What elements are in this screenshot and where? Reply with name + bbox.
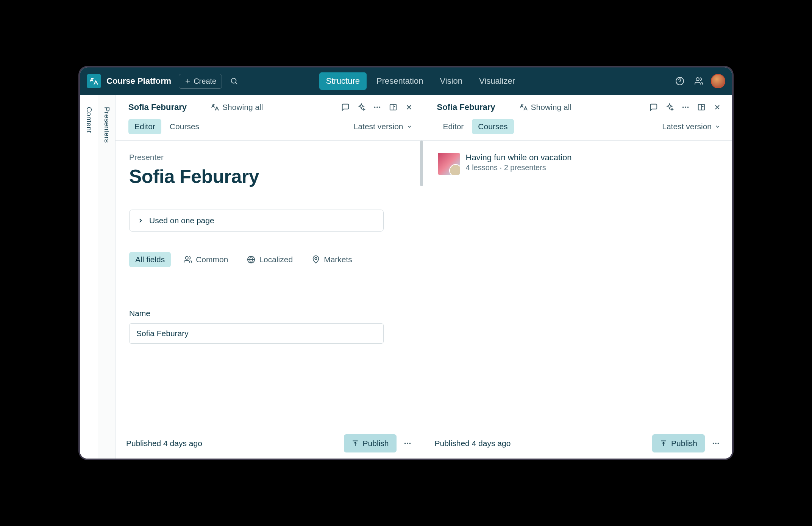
panel-left-content: Presenter Sofia Feburary Used on one pag…: [116, 141, 424, 428]
showing-all-toggle-left[interactable]: Showing all: [211, 103, 263, 112]
course-item[interactable]: Having fun while on vacation 4 lessons ·…: [438, 153, 719, 175]
sparkle-icon: [665, 103, 674, 111]
svg-point-2: [696, 78, 699, 81]
panel-left-title: Sofia Feburary: [128, 102, 187, 112]
chip-localized-label: Localized: [259, 255, 293, 264]
course-title: Having fun while on vacation: [466, 153, 572, 163]
top-nav: Course Platform Create Structure Present…: [80, 67, 732, 95]
search-icon: [230, 77, 238, 85]
help-icon: [675, 77, 684, 86]
svg-point-3: [374, 106, 375, 108]
more-button-right[interactable]: [680, 102, 691, 113]
chip-all-fields[interactable]: All fields: [129, 252, 171, 267]
more-icon: [681, 103, 690, 111]
chevron-right-icon: [137, 217, 144, 224]
svg-point-7: [186, 257, 188, 259]
publish-button-label-right: Publish: [671, 439, 697, 448]
user-avatar[interactable]: [711, 74, 725, 88]
create-button[interactable]: Create: [179, 74, 222, 89]
sparkle-icon: [357, 103, 365, 111]
body: Content Presenters Sofia Feburary Showin…: [80, 95, 732, 459]
comment-button[interactable]: [340, 102, 351, 113]
publish-button-right[interactable]: Publish: [652, 434, 705, 452]
chip-localized[interactable]: Localized: [241, 252, 299, 267]
used-on-label: Used on one page: [149, 216, 214, 225]
ai-sparkle-button[interactable]: [356, 102, 367, 113]
upload-icon: [351, 440, 359, 447]
panel-right-title: Sofia Feburary: [437, 102, 495, 112]
pin-icon: [312, 255, 320, 264]
nav-tab-presentation[interactable]: Presentation: [370, 72, 430, 90]
split-panel-button-right[interactable]: [696, 102, 707, 113]
split-panel-icon: [389, 103, 397, 111]
search-button[interactable]: [227, 74, 241, 88]
scrollbar-thumb[interactable]: [420, 141, 423, 186]
entity-type-label: Presenter: [129, 153, 410, 162]
publish-button-label: Publish: [363, 439, 389, 448]
chevron-down-icon: [715, 124, 721, 130]
used-on-disclosure[interactable]: Used on one page: [129, 210, 384, 232]
panel-right-content: Having fun while on vacation 4 lessons ·…: [424, 141, 732, 428]
app-window: Course Platform Create Structure Present…: [80, 67, 732, 459]
name-input[interactable]: [129, 323, 384, 344]
close-panel-button-right[interactable]: [712, 102, 723, 113]
version-label-right: Latest version: [662, 122, 712, 131]
nav-tabs: Structure Presentation Vision Visualizer: [319, 72, 522, 90]
chip-markets[interactable]: Markets: [306, 252, 358, 267]
entity-heading: Sofia Feburary: [129, 166, 410, 188]
publish-button-left[interactable]: Publish: [344, 434, 397, 452]
svg-point-10: [404, 443, 406, 444]
app-logo[interactable]: [87, 74, 101, 88]
rail-content[interactable]: Content: [80, 95, 98, 459]
plus-icon: [184, 78, 191, 85]
rail-presenters[interactable]: Presenters: [98, 95, 116, 459]
course-subtitle: 4 lessons · 2 presenters: [466, 163, 572, 172]
subtab-courses-left[interactable]: Courses: [164, 119, 205, 134]
svg-point-0: [231, 78, 236, 83]
name-field-label: Name: [129, 309, 410, 318]
panel-right: Sofia Feburary Showing all: [424, 95, 732, 459]
svg-point-15: [687, 106, 689, 108]
users-button[interactable]: [692, 74, 706, 88]
nav-right: [673, 74, 725, 88]
version-dropdown-right[interactable]: Latest version: [662, 122, 723, 131]
subtab-courses-right[interactable]: Courses: [472, 119, 514, 134]
help-button[interactable]: [673, 74, 687, 88]
chip-common[interactable]: Common: [178, 252, 234, 267]
create-button-label: Create: [194, 77, 216, 86]
close-icon: [714, 103, 721, 111]
more-icon: [712, 439, 720, 448]
svg-point-4: [376, 106, 378, 108]
svg-point-19: [718, 443, 719, 444]
subtab-editor-right[interactable]: Editor: [437, 119, 470, 134]
course-thumbnail: [438, 153, 460, 175]
nav-tab-structure[interactable]: Structure: [319, 72, 367, 90]
footer-more-right[interactable]: [710, 438, 721, 449]
users-icon: [694, 77, 703, 86]
nav-tab-visualizer[interactable]: Visualizer: [472, 72, 522, 90]
nav-tab-vision[interactable]: Vision: [433, 72, 469, 90]
comment-button-right[interactable]: [648, 102, 659, 113]
svg-point-18: [715, 443, 717, 444]
footer-more-left[interactable]: [402, 438, 413, 449]
close-panel-button[interactable]: [403, 102, 415, 113]
field-filter-chips: All fields Common Localized Markets: [129, 252, 410, 267]
more-button[interactable]: [372, 102, 383, 113]
comment-icon: [650, 103, 658, 111]
version-dropdown-left[interactable]: Latest version: [354, 122, 415, 131]
course-meta: Having fun while on vacation 4 lessons ·…: [466, 153, 572, 172]
more-icon: [373, 103, 381, 111]
svg-point-14: [685, 106, 686, 108]
more-icon: [403, 439, 412, 448]
split-panel-button[interactable]: [387, 102, 399, 113]
ai-sparkle-button-right[interactable]: [664, 102, 675, 113]
translate-icon: [520, 103, 528, 111]
rail-presenters-label: Presenters: [103, 107, 111, 143]
name-field-group: Name: [129, 309, 410, 344]
panel-right-header: Sofia Feburary Showing all: [424, 95, 732, 134]
globe-icon: [247, 255, 255, 264]
subtab-editor-left[interactable]: Editor: [128, 119, 161, 134]
publish-status-left: Published 4 days ago: [126, 439, 202, 448]
showing-all-toggle-right[interactable]: Showing all: [520, 103, 572, 112]
panels: Sofia Feburary Showing all: [116, 95, 732, 459]
